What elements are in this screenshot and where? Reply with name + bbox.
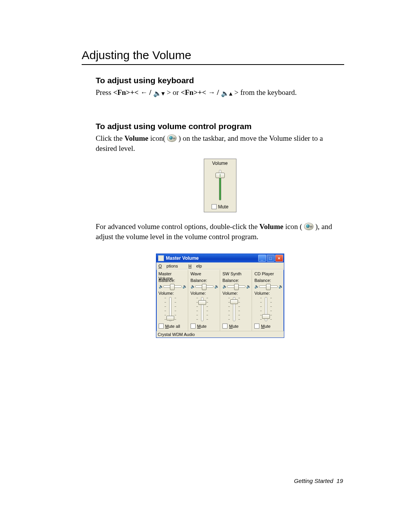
text: > or	[167, 88, 181, 96]
mute-label: Mute all	[165, 324, 180, 329]
key-combo-2: <Fn>+<	[181, 88, 206, 96]
mute-checkbox[interactable]	[254, 324, 259, 329]
close-button[interactable]: ×	[275, 255, 283, 262]
volume-popup-title: Volume	[205, 161, 235, 166]
text: icon (	[285, 222, 302, 231]
volume-slider[interactable]	[194, 296, 210, 322]
arrow-left-icon: ←	[140, 89, 147, 96]
text: Click the	[96, 134, 124, 142]
speaker-right-icon: 🔉	[246, 284, 250, 289]
speaker-left-icon: 🔈	[159, 284, 163, 289]
volume-label: Volume:	[222, 291, 250, 296]
text-bold: Volume	[259, 222, 284, 231]
titlebar[interactable]: Master Volume _ □ ×	[156, 254, 284, 262]
balance-label: Balance:	[191, 278, 218, 283]
mute-checkbox[interactable]	[159, 324, 164, 329]
channel-columns: Master VolumeBalance:🔈🔉Volume:Mute allWa…	[156, 269, 284, 331]
mute-label: Mute	[218, 204, 229, 210]
text: icon(	[150, 134, 165, 142]
channel-2: SW SynthBalance:🔈🔉Volume:Mute	[220, 270, 252, 331]
balance-slider[interactable]: 🔈🔉	[222, 283, 250, 290]
volume-up-icon: 🔈▴	[221, 89, 233, 98]
minimize-button[interactable]: _	[258, 255, 266, 262]
volume-slider[interactable]	[226, 296, 242, 322]
speaker-right-icon: 🔉	[278, 284, 282, 289]
key-combo-1: <Fn>+<	[113, 88, 138, 96]
mute-row[interactable]: Mute	[222, 324, 250, 329]
tray-volume-icon	[167, 135, 177, 142]
channel-name: Wave	[191, 271, 218, 276]
tray-volume-icon	[304, 223, 313, 230]
mute-row[interactable]: Mute	[254, 324, 282, 329]
status-bar: Crystal WDM Audio	[156, 331, 284, 338]
menu-help[interactable]: Help	[188, 264, 206, 268]
mute-checkbox-row[interactable]: Mute	[205, 204, 235, 210]
text: Press	[96, 88, 113, 96]
channel-name: SW Synth	[222, 271, 250, 276]
volume-label: Volume:	[159, 291, 186, 296]
mute-row[interactable]: Mute all	[159, 324, 186, 329]
keyboard-instruction: Press <Fn>+< ← / 🔈▾ > or <Fn>+< → / 🔈▴ >…	[96, 87, 344, 98]
mute-checkbox[interactable]	[191, 324, 196, 329]
channel-1: WaveBalance:🔈🔉Volume:Mute	[188, 270, 220, 331]
mute-checkbox[interactable]	[212, 204, 217, 209]
speaker-left-icon: 🔈	[222, 284, 226, 289]
text: > from the keyboard.	[234, 88, 297, 96]
mute-checkbox[interactable]	[222, 324, 228, 329]
volume-slider[interactable]	[163, 296, 178, 322]
speaker-right-icon: 🔉	[182, 284, 186, 289]
maximize-button[interactable]: □	[267, 255, 275, 262]
speaker-right-icon: 🔉	[214, 284, 218, 289]
volume-slider[interactable]	[258, 296, 274, 322]
section-keyboard-heading: To adjust using keyboard	[96, 76, 344, 85]
master-volume-window: Master Volume _ □ × Options Help Master …	[156, 254, 284, 338]
balance-label: Balance:	[159, 278, 186, 283]
balance-label: Balance:	[254, 278, 282, 283]
title-rule	[82, 64, 344, 65]
balance-slider[interactable]: 🔈🔉	[191, 283, 218, 290]
mute-label: Mute	[261, 324, 270, 329]
window-title: Master Volume	[166, 255, 257, 261]
channel-name: Master Volume	[159, 271, 186, 276]
text-bold: Volume	[124, 134, 149, 142]
page-title: Adjusting the Volume	[82, 49, 344, 62]
speaker-left-icon: 🔈	[254, 284, 258, 289]
channel-0: Master VolumeBalance:🔈🔉Volume:Mute all	[156, 270, 188, 331]
menu-bar[interactable]: Options Help	[156, 262, 284, 269]
menu-options[interactable]: Options	[159, 264, 183, 268]
channel-3: CD PlayerBalance:🔈🔉Volume:Mute	[252, 270, 284, 331]
program-instruction-1: Click the Volume icon( ) on the taskbar,…	[96, 133, 344, 153]
volume-slider[interactable]	[214, 168, 227, 202]
program-instruction-2: For advanced volume control options, dou…	[96, 222, 344, 241]
section-program-heading: To adjust using volume control program	[96, 122, 344, 131]
arrow-right-icon: →	[208, 89, 215, 96]
volume-down-icon: 🔈▾	[153, 89, 165, 98]
volume-label: Volume:	[254, 291, 282, 296]
balance-label: Balance:	[222, 278, 250, 283]
mute-row[interactable]: Mute	[191, 324, 218, 329]
page-footer: Getting Started 19	[294, 478, 343, 484]
balance-slider[interactable]: 🔈🔉	[159, 283, 186, 290]
balance-slider[interactable]: 🔈🔉	[254, 283, 282, 290]
mute-label: Mute	[229, 324, 238, 329]
volume-label: Volume:	[191, 291, 218, 296]
speaker-left-icon: 🔈	[191, 284, 194, 289]
mute-label: Mute	[197, 324, 206, 329]
text: For advanced volume control options, dou…	[96, 222, 259, 231]
footer-section: Getting Started	[294, 478, 333, 484]
volume-popup: Volume Mute	[204, 159, 236, 212]
footer-page-number: 19	[336, 478, 343, 484]
channel-name: CD Player	[254, 271, 282, 276]
app-icon	[158, 255, 164, 261]
